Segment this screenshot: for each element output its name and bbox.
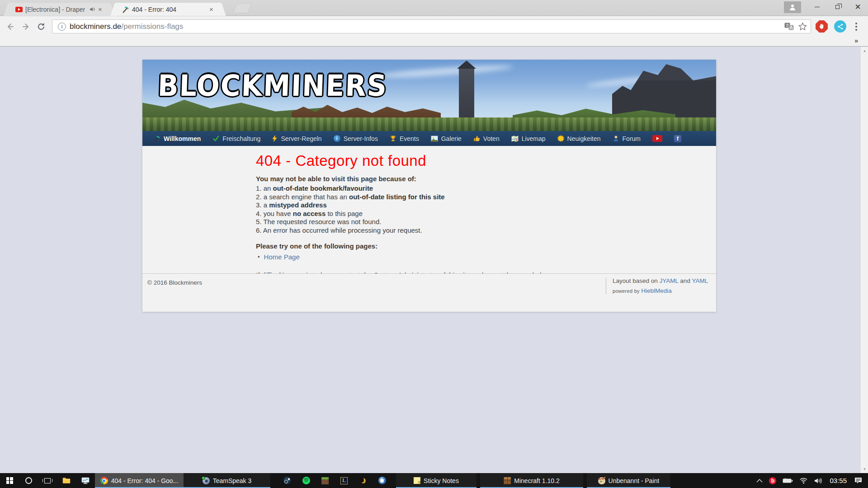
back-button[interactable] [3, 19, 18, 34]
system-tray: b 03:55 [753, 473, 868, 488]
nav-youtube[interactable] [647, 131, 669, 146]
page-info-icon[interactable]: i [58, 23, 66, 31]
scroll-down-icon[interactable]: ▼ [861, 465, 868, 473]
error-intro: You may not be able to visit this page b… [256, 175, 707, 183]
yaml-link[interactable]: YAML [692, 277, 708, 284]
tray-chevron-button[interactable] [753, 473, 766, 488]
nav-events[interactable]: Events [385, 131, 426, 146]
bookmarks-bar: » [0, 37, 868, 47]
nav-galerie[interactable]: Galerie [426, 131, 468, 146]
page-scrollbar[interactable]: ▲ ▼ [860, 47, 868, 473]
footer-credits: Layout based on JYAML and YAML powered b… [606, 277, 709, 294]
url-path: /permissions-flags [121, 22, 183, 31]
task-view-button[interactable] [38, 473, 57, 488]
copyright-text: © 2016 Blockminers [147, 279, 202, 286]
window-close-button[interactable]: ✕ [848, 0, 868, 14]
nav-willkommen[interactable]: Willkommen [149, 131, 208, 146]
tray-battery-button[interactable] [779, 473, 796, 488]
steam-icon [283, 477, 291, 484]
sticky-notes-icon [414, 477, 420, 484]
taskbar-clock[interactable]: 03:55 [825, 473, 851, 488]
overflow-chevron-icon[interactable]: » [854, 37, 858, 44]
start-button[interactable] [0, 473, 19, 488]
error-reason-2: 2. a search engine that has an out-of-da… [256, 193, 707, 202]
window-minimize-button[interactable] [807, 0, 827, 14]
forward-button[interactable] [18, 19, 33, 34]
monitor-chart-button[interactable] [76, 473, 95, 488]
facebook-icon: f [674, 135, 681, 142]
thumbs-up-icon [473, 135, 480, 142]
share-extension-icon[interactable] [834, 20, 846, 33]
bookmark-star-icon[interactable] [798, 22, 807, 31]
crafting-table-icon [504, 477, 511, 484]
cortana-button[interactable] [19, 473, 38, 488]
curse-pinned-button[interactable] [373, 473, 392, 488]
nav-freischaltung[interactable]: Freischaltung [208, 131, 267, 146]
profile-button[interactable] [784, 1, 801, 13]
info-icon: i [334, 135, 340, 142]
file-explorer-button[interactable] [57, 473, 76, 488]
window-restore-button[interactable] [827, 0, 848, 14]
nav-server-infos[interactable]: i Server-Infos [329, 131, 385, 146]
spotify-icon [302, 477, 310, 484]
home-page-link[interactable]: Home Page [264, 253, 300, 261]
tab-youtube[interactable]: [Electronica] - Draper × [10, 3, 108, 16]
reload-button[interactable] [33, 19, 49, 34]
pickaxe-icon [154, 135, 160, 142]
minecraft-pinned-button[interactable] [316, 473, 335, 488]
close-icon[interactable]: × [208, 5, 215, 13]
tab-audio-icon[interactable] [89, 6, 95, 12]
youtube-icon [652, 135, 662, 142]
taskbar-chrome-button[interactable]: 404 - Error: 404 - Goo... [95, 473, 184, 488]
adblock-extension-icon[interactable] [816, 20, 828, 33]
tab-error-404[interactable]: 404 - Error: 404 × [117, 3, 220, 16]
chevron-up-icon [756, 479, 763, 483]
translate-icon[interactable] [784, 23, 794, 30]
lightning-icon [272, 135, 278, 142]
nav-forum[interactable]: Forum [608, 131, 647, 146]
new-tab-button[interactable] [233, 4, 251, 13]
nav-neuigkeiten[interactable]: Neuigkeiten [552, 131, 608, 146]
windows-taskbar: 404 - Error: 404 - Goo... TeamSpeak 3 L … [0, 473, 868, 488]
error-reason-1: 1. an out-of-date bookmark/favourite [256, 184, 707, 193]
tray-volume-button[interactable] [811, 473, 825, 488]
taskbar-paint-button[interactable]: Unbenannt - Paint [587, 473, 670, 488]
taskbar-teamspeak-button[interactable]: TeamSpeak 3 [184, 473, 270, 488]
nav-voten[interactable]: Voten [468, 131, 506, 146]
site-card: BLOCKMINERS Willkommen Freischaltung Ser… [142, 60, 716, 312]
action-center-button[interactable] [851, 473, 865, 488]
tray-wifi-button[interactable] [796, 473, 811, 488]
address-bar[interactable]: i blockminers.de/permissions-flags [52, 19, 811, 33]
site-banner: BLOCKMINERS [142, 60, 716, 131]
tray-beats-button[interactable]: b [766, 473, 779, 488]
folder-icon [62, 477, 71, 484]
tab-title: [Electronica] - Draper [25, 6, 86, 13]
jyaml-link[interactable]: JYAML [660, 277, 679, 284]
nav-livemap[interactable]: Livemap [506, 131, 552, 146]
battery-charging-icon [783, 478, 793, 483]
hieblmedia-link[interactable]: HieblMedia [641, 287, 672, 294]
banner-cloud [377, 63, 513, 80]
spotify-pinned-button[interactable] [297, 473, 316, 488]
nav-server-regeln[interactable]: Server-Regeln [267, 131, 328, 146]
news-burst-icon [557, 135, 564, 142]
scroll-up-icon[interactable]: ▲ [861, 47, 868, 55]
browser-toolbar: i blockminers.de/permissions-flags [0, 16, 868, 37]
error-reason-6: 6. An error has occurred while processin… [256, 226, 707, 235]
league-client-pinned-button[interactable] [354, 473, 373, 488]
paint-icon [598, 477, 605, 484]
powered-by-line: powered by HieblMedia [613, 287, 709, 294]
steam-pinned-button[interactable] [278, 473, 297, 488]
home-page-row: • Home Page [256, 253, 707, 261]
layout-credit-line: Layout based on JYAML and YAML [613, 277, 709, 284]
nav-facebook[interactable]: f [669, 131, 688, 146]
taskbar-minecraft-button[interactable]: Minecraft 1.10.2 [480, 473, 583, 488]
wifi-icon [799, 478, 808, 484]
site-logo: BLOCKMINERS [157, 68, 388, 103]
browser-menu-icon[interactable] [853, 23, 860, 31]
monitor-chart-icon [81, 477, 90, 484]
taskbar-sticky-notes-button[interactable]: Sticky Notes [396, 473, 476, 488]
close-icon[interactable]: × [96, 5, 104, 13]
trophy-icon [390, 135, 396, 142]
league-pinned-button[interactable]: L [335, 473, 354, 488]
